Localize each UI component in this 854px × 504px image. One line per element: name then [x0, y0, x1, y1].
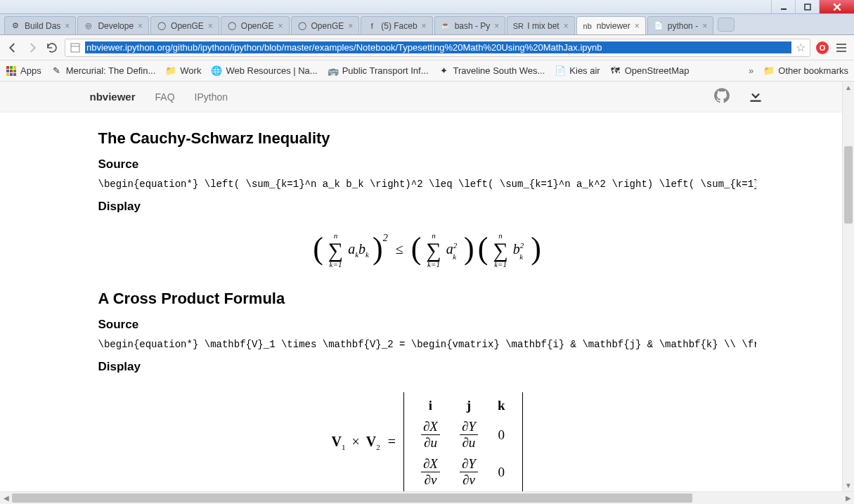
address-bar[interactable]: nbviewer.ipython.org/github/ipython/ipyt…	[65, 39, 810, 57]
bookmark-icon: 📄	[555, 65, 566, 77]
scroll-right-arrow[interactable]: ▶	[842, 494, 854, 502]
bookmark-label: Public Transport Inf...	[342, 65, 429, 76]
other-bookmarks-button[interactable]: 📁Other bookmarks	[763, 65, 848, 77]
back-button[interactable]	[6, 41, 20, 55]
browser-tab[interactable]: ◯OpenGE×	[150, 16, 219, 34]
latex-source-1: \begin{equation*} \left( \sum_{k=1}^n a_…	[98, 179, 756, 190]
chrome-menu-button[interactable]	[834, 41, 848, 55]
tab-title: Build Das	[25, 21, 60, 31]
scroll-left-arrow[interactable]: ◀	[0, 494, 12, 502]
tab-close-icon[interactable]: ×	[494, 21, 499, 31]
window-close-button[interactable]	[819, 0, 854, 13]
page-viewport: nbviewer FAQ IPython The Cauchy-Schwarz …	[0, 82, 854, 491]
window-minimize-button[interactable]	[771, 0, 795, 13]
browser-tab[interactable]: ◯OpenGE×	[291, 16, 360, 34]
other-bookmarks-label: Other bookmarks	[778, 65, 848, 76]
tab-favicon: ☕	[441, 21, 451, 31]
nbviewer-header: nbviewer FAQ IPython	[0, 82, 854, 112]
tab-close-icon[interactable]: ×	[564, 21, 569, 31]
browser-tab[interactable]: ⚙Build Das×	[4, 16, 76, 34]
tab-favicon: ⚙	[11, 21, 20, 31]
bookmark-label: Web Resources | Na...	[226, 65, 317, 76]
bookmark-item[interactable]: ✦Traveline South Wes...	[439, 65, 545, 77]
horizontal-scroll-thumb[interactable]	[12, 493, 692, 503]
svg-rect-10	[10, 66, 13, 69]
vertical-scrollbar[interactable]: ▲ ▼	[842, 82, 854, 491]
download-icon[interactable]	[746, 86, 765, 108]
svg-rect-14	[13, 70, 16, 72]
bookmark-label: Mercurial: The Defin...	[66, 65, 156, 76]
heading-source-1: Source	[98, 157, 756, 172]
tab-favicon: f	[367, 21, 377, 31]
bookmarks-bar: Apps ✎Mercurial: The Defin...📁Work🌐Web R…	[0, 60, 854, 82]
tab-close-icon[interactable]: ×	[208, 21, 213, 31]
tab-close-icon[interactable]: ×	[635, 21, 640, 31]
tab-favicon: ◯	[227, 21, 237, 31]
svg-rect-12	[6, 70, 9, 72]
browser-tab[interactable]: ◎Develope×	[77, 16, 149, 34]
heading-display-1: Display	[98, 200, 756, 214]
browser-tab[interactable]: 📄python -×	[647, 16, 713, 34]
nbviewer-brand[interactable]: nbviewer	[90, 91, 136, 103]
tab-close-icon[interactable]: ×	[278, 21, 283, 31]
browser-toolbar: nbviewer.ipython.org/github/ipython/ipyt…	[0, 35, 854, 60]
github-icon[interactable]	[713, 86, 731, 108]
bookmark-icon: 🗺	[610, 65, 621, 77]
folder-icon: 📁	[763, 65, 775, 77]
bookmark-label: Kies air	[569, 65, 600, 76]
reload-button[interactable]	[45, 41, 59, 55]
window-maximize-button[interactable]	[795, 0, 819, 13]
tab-title: OpenGE	[311, 21, 344, 31]
bookmarks-overflow-button[interactable]: »	[749, 65, 753, 76]
tab-favicon: SR	[513, 21, 523, 31]
svg-rect-4	[71, 44, 79, 52]
browser-tab[interactable]: ☕bash - Py×	[434, 16, 506, 34]
forward-button[interactable]	[25, 41, 39, 55]
site-info-icon[interactable]	[70, 42, 81, 53]
bookmark-icon: ✦	[439, 65, 450, 77]
tab-favicon: nb	[583, 21, 593, 31]
nbviewer-link-faq[interactable]: FAQ	[155, 91, 175, 103]
tab-close-icon[interactable]: ×	[422, 21, 427, 31]
browser-tab[interactable]: f(5) Faceb×	[361, 16, 432, 34]
scroll-down-arrow[interactable]: ▼	[843, 479, 854, 491]
notebook-body: The Cauchy-Schwarz Inequality Source \be…	[90, 112, 765, 491]
svg-rect-11	[13, 66, 16, 69]
bookmark-item[interactable]: 🌐Web Resources | Na...	[211, 65, 317, 77]
apps-button[interactable]: Apps	[6, 65, 41, 77]
svg-rect-17	[13, 73, 16, 76]
bookmark-item[interactable]: 📄Kies air	[555, 65, 600, 77]
adblock-icon[interactable]: O	[816, 41, 829, 54]
svg-rect-16	[10, 73, 13, 76]
tab-close-icon[interactable]: ×	[702, 21, 707, 31]
browser-tab[interactable]: ◯OpenGE×	[221, 16, 290, 34]
tab-close-icon[interactable]: ×	[65, 21, 70, 31]
bookmark-item[interactable]: ✎Mercurial: The Defin...	[51, 65, 156, 77]
tab-favicon: ◯	[297, 21, 307, 31]
vertical-scroll-thumb[interactable]	[844, 146, 853, 224]
url-text[interactable]: nbviewer.ipython.org/github/ipython/ipyt…	[85, 41, 791, 53]
horizontal-scrollbar[interactable]: ◀ ▶	[0, 491, 854, 504]
bookmark-item[interactable]: 📁Work	[165, 65, 201, 77]
tab-title: nbviewer	[597, 21, 630, 31]
browser-tab[interactable]: nbnbviewer×	[576, 16, 646, 34]
nbviewer-link-ipython[interactable]: IPython	[195, 91, 228, 103]
tab-favicon: ◯	[157, 21, 167, 31]
bookmark-star-icon[interactable]: ☆	[796, 41, 806, 54]
browser-tabstrip: ⚙Build Das×◎Develope×◯OpenGE×◯OpenGE×◯Op…	[0, 14, 854, 35]
browser-tab[interactable]: SRI mix bet×	[507, 16, 574, 34]
new-tab-button[interactable]	[718, 18, 735, 32]
bookmark-item[interactable]: 🚌Public Transport Inf...	[328, 65, 429, 77]
tab-favicon: 📄	[654, 21, 664, 31]
bookmark-label: Work	[180, 65, 201, 76]
tab-close-icon[interactable]: ×	[138, 21, 143, 31]
apps-icon	[6, 65, 17, 77]
heading-source-2: Source	[98, 318, 756, 332]
window-titlebar	[0, 0, 854, 14]
latex-source-2: \begin{equation*} \mathbf{V}_1 \times \m…	[98, 339, 756, 350]
tab-close-icon[interactable]: ×	[348, 21, 353, 31]
scroll-up-arrow[interactable]: ▲	[843, 82, 854, 93]
bookmark-item[interactable]: 🗺OpenStreetMap	[610, 65, 690, 77]
tab-title: OpenGE	[241, 21, 274, 31]
heading-cauchy-schwarz: The Cauchy-Schwarz Inequality	[98, 129, 756, 148]
